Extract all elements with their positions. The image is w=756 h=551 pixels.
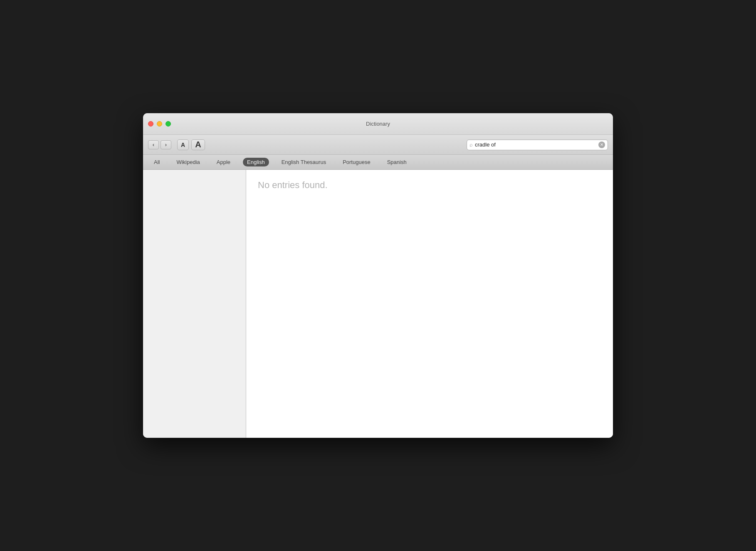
tab-portuguese[interactable]: Portuguese [338,158,375,166]
tab-all[interactable]: All [150,158,164,166]
tab-english[interactable]: English [243,158,269,166]
search-container: ⌕ ✕ [467,139,608,150]
search-clear-button[interactable]: ✕ [598,141,605,148]
search-input[interactable] [475,141,598,148]
font-decrease-button[interactable]: A [177,139,189,150]
nav-buttons: ‹ › [148,140,171,149]
font-increase-button[interactable]: A [191,139,205,150]
sidebar [143,170,246,438]
titlebar: Dictionary [143,113,613,135]
search-icon: ⌕ [469,141,473,148]
content-area: No entries found. [143,170,613,438]
back-button[interactable]: ‹ [148,140,159,149]
maximize-button[interactable] [166,121,171,127]
main-panel: No entries found. [246,170,613,438]
tab-spanish[interactable]: Spanish [383,158,411,166]
forward-button[interactable]: › [161,140,171,149]
tab-english-thesaurus[interactable]: English Thesaurus [277,158,330,166]
tab-apple[interactable]: Apple [212,158,235,166]
font-size-buttons: A A [177,139,205,150]
traffic-lights [148,121,171,127]
no-entries-message: No entries found. [258,180,328,190]
dictionary-window: Dictionary ‹ › A A ⌕ ✕ All Wikipedia App… [143,113,613,438]
filter-bar: All Wikipedia Apple English English Thes… [143,155,613,170]
toolbar: ‹ › A A ⌕ ✕ [143,135,613,155]
close-button[interactable] [148,121,153,127]
tab-wikipedia[interactable]: Wikipedia [172,158,204,166]
minimize-button[interactable] [157,121,162,127]
window-title: Dictionary [366,121,390,127]
clear-icon: ✕ [600,142,603,147]
